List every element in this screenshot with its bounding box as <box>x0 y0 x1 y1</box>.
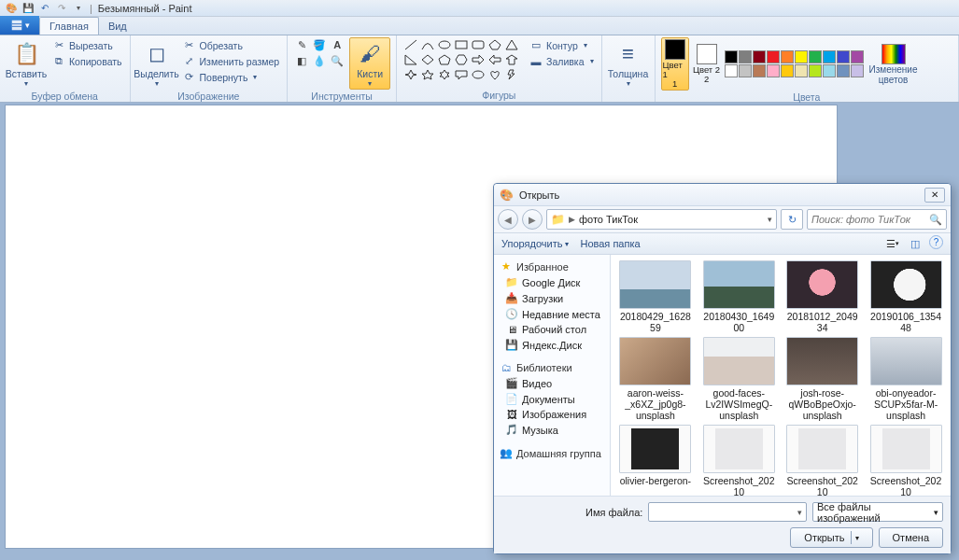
file-item[interactable]: 20180429_162859 <box>616 260 694 333</box>
color-swatch[interactable] <box>837 50 850 63</box>
shape-heart-icon[interactable] <box>487 67 503 82</box>
tree-item[interactable]: 🖥Рабочий стол <box>494 322 610 337</box>
file-item[interactable]: 20181012_204934 <box>783 260 861 333</box>
select-button[interactable]: ◻ Выделить ▾ <box>136 37 177 90</box>
color-swatch[interactable] <box>809 64 822 77</box>
tree-item[interactable]: 🕓Недавние места <box>494 306 610 322</box>
brushes-button[interactable]: 🖌 Кисти ▾ <box>349 37 390 90</box>
shape-lightning-icon[interactable] <box>503 67 520 82</box>
color-swatch[interactable] <box>851 64 864 77</box>
color-swatch[interactable] <box>725 64 738 77</box>
color-swatch[interactable] <box>851 50 864 63</box>
shape-line-icon[interactable] <box>402 37 419 52</box>
shape-star6-icon[interactable] <box>436 67 453 82</box>
crop-button[interactable]: ✂Обрезать <box>181 37 282 53</box>
outline-button[interactable]: ▭Контур▾ <box>528 37 595 53</box>
color-swatch[interactable] <box>781 50 794 63</box>
tree-item[interactable]: 🖼Изображения <box>494 407 610 422</box>
color2-button[interactable]: Цвет 2 2 <box>693 44 721 85</box>
color-swatch[interactable] <box>809 50 822 63</box>
file-item[interactable]: good-faces-Lv2IWSImegQ-unsplash <box>700 337 778 421</box>
shape-rtriangle-icon[interactable] <box>402 52 419 67</box>
refresh-button[interactable]: ↻ <box>781 209 803 230</box>
color-swatch[interactable] <box>739 50 752 63</box>
text-tool-icon[interactable]: A <box>329 37 346 52</box>
cancel-button[interactable]: Отмена <box>879 527 943 548</box>
color-swatch[interactable] <box>837 64 850 77</box>
pencil-tool-icon[interactable]: ✎ <box>293 37 310 52</box>
file-item[interactable]: josh-rose-qWBoBpeOxjo-unsplash <box>783 337 861 421</box>
color-swatch[interactable] <box>767 64 780 77</box>
color-swatch[interactable] <box>795 50 808 63</box>
fill-button[interactable]: ▬Заливка▾ <box>528 53 595 69</box>
color-swatch[interactable] <box>725 50 738 63</box>
shapes-gallery[interactable] <box>402 37 520 82</box>
dialog-close-button[interactable]: ✕ <box>924 188 945 203</box>
tab-home[interactable]: Главная <box>39 17 99 35</box>
resize-button[interactable]: ⤢Изменить размер <box>181 53 282 69</box>
filename-dropdown-icon[interactable]: ▾ <box>797 508 802 517</box>
back-button[interactable]: ◀ <box>498 209 518 230</box>
open-button[interactable]: Открыть▾ <box>790 527 872 548</box>
address-dropdown-icon[interactable]: ▾ <box>768 215 772 224</box>
fill-tool-icon[interactable]: 🪣 <box>311 37 328 52</box>
file-item[interactable]: obi-onyeador-SCUPx5far-M-unsplash <box>867 337 945 421</box>
tree-item[interactable]: 📁Google Диск <box>494 274 610 290</box>
color-swatch[interactable] <box>767 50 780 63</box>
color-swatch[interactable] <box>823 50 836 63</box>
size-button[interactable]: ≡ Толщина ▾ <box>608 37 649 90</box>
open-split-icon[interactable]: ▾ <box>855 534 859 542</box>
color-swatch[interactable] <box>753 50 766 63</box>
rotate-button[interactable]: ⟳Повернуть▾ <box>181 69 282 85</box>
shape-triangle-icon[interactable] <box>503 37 520 52</box>
shape-pentagon-icon[interactable] <box>436 52 453 67</box>
tree-homegroup[interactable]: 👥Домашняя группа <box>494 445 610 461</box>
tree-item[interactable]: 🎬Видео <box>494 375 610 391</box>
shape-diamond-icon[interactable] <box>419 52 436 67</box>
color1-button[interactable]: Цвет 1 1 <box>661 37 689 91</box>
color-swatch[interactable] <box>795 64 808 77</box>
tree-favorites[interactable]: ★Избранное <box>494 259 610 274</box>
file-item[interactable]: aaron-weiss-_x6XZ_jp0g8-unsplash <box>616 337 694 421</box>
qat-dropdown-icon[interactable]: ▾ <box>71 1 86 16</box>
shape-arrowl-icon[interactable] <box>487 52 503 67</box>
file-item[interactable]: 20190106_135448 <box>867 260 945 333</box>
zoom-tool-icon[interactable]: 🔍 <box>329 53 346 68</box>
shape-hexagon-icon[interactable] <box>453 52 470 67</box>
new-folder-button[interactable]: Новая папка <box>580 238 640 249</box>
shape-polygon-icon[interactable] <box>487 37 503 52</box>
color-swatch[interactable] <box>753 64 766 77</box>
file-tab[interactable]: ▾ <box>0 16 39 35</box>
file-item[interactable]: 20180430_164900 <box>700 260 778 333</box>
tree-item[interactable]: 📄Документы <box>494 391 610 407</box>
undo-icon[interactable]: ↶ <box>37 1 52 16</box>
file-item[interactable]: Screenshot_20210 <box>867 425 945 496</box>
preview-pane-button[interactable]: ◫ <box>907 235 924 252</box>
tree-item[interactable]: 📥Загрузки <box>494 290 610 306</box>
color-swatch[interactable] <box>781 64 794 77</box>
filename-input[interactable]: ▾ <box>648 502 807 522</box>
tab-view[interactable]: Вид <box>99 17 136 35</box>
search-box[interactable]: 🔍 <box>807 209 947 230</box>
tree-item[interactable]: 🎵Музыка <box>494 422 610 438</box>
address-bar[interactable]: 📁 ▶ фото ТикТок ▾ <box>546 209 777 230</box>
shape-roundrect-icon[interactable] <box>470 37 487 52</box>
filetype-select[interactable]: Все файлы изображений▾ <box>812 502 943 522</box>
forward-button[interactable]: ▶ <box>522 209 543 230</box>
shape-oval-icon[interactable] <box>436 37 453 52</box>
help-button[interactable]: ? <box>929 235 943 249</box>
cut-button[interactable]: ✂Вырезать <box>50 37 124 53</box>
save-icon[interactable]: 💾 <box>21 1 35 16</box>
tree-item[interactable]: 💾Яндекс.Диск <box>494 337 610 353</box>
redo-icon[interactable]: ↷ <box>54 1 69 16</box>
paste-button[interactable]: 📋 Вставить ▾ <box>6 37 47 90</box>
organize-button[interactable]: Упорядочить▾ <box>501 238 569 249</box>
picker-tool-icon[interactable]: 💧 <box>311 53 328 68</box>
copy-button[interactable]: ⧉Копировать <box>50 53 124 69</box>
search-input[interactable] <box>811 214 929 225</box>
shape-cloud-icon[interactable] <box>470 67 487 82</box>
shape-star5-icon[interactable] <box>419 67 436 82</box>
edit-colors-button[interactable]: Изменение цветов <box>867 38 920 91</box>
view-mode-button[interactable]: ☰▾ <box>884 235 901 252</box>
file-item[interactable]: olivier-bergeron- <box>616 425 694 496</box>
